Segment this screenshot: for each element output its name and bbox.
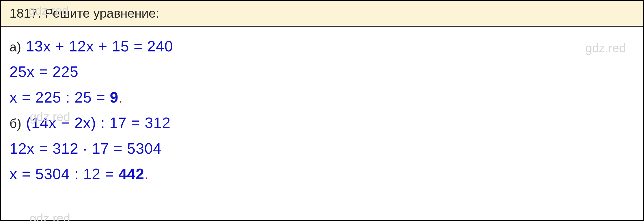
answer-b: 442 bbox=[118, 166, 144, 182]
solution-a-line1: а) 13x + 12x + 15 = 240 bbox=[10, 34, 634, 59]
solution-b-line2: 12x = 312 · 17 = 5304 bbox=[10, 136, 634, 161]
dot-a: . bbox=[118, 89, 123, 106]
problem-number: 1817. bbox=[10, 6, 41, 20]
part-a-label: а) bbox=[10, 40, 21, 54]
solution-b-line3: x = 5304 : 12 = 442. bbox=[10, 161, 634, 187]
problem-container: gdz.red gdz.red gdz.red gdz.red 1817. Ре… bbox=[0, 0, 644, 221]
solution-b-line1: б) (14x − 2x) : 17 = 312 bbox=[10, 110, 634, 135]
equation-b3-prefix: x = 5304 : 12 = bbox=[10, 166, 118, 182]
problem-title: Решите уравнение: bbox=[45, 6, 159, 20]
watermark-bottom: gdz.red bbox=[30, 211, 70, 221]
equation-a2: 25x = 225 bbox=[10, 63, 79, 80]
equation-b2: 12x = 312 · 17 = 5304 bbox=[10, 140, 162, 157]
equation-b1: (14x − 2x) : 17 = 312 bbox=[26, 114, 171, 131]
solution-content: а) 13x + 12x + 15 = 240 25x = 225 x = 22… bbox=[1, 27, 643, 194]
problem-header: 1817. Решите уравнение: bbox=[1, 1, 643, 27]
part-b-label: б) bbox=[10, 116, 22, 131]
dot-b: . bbox=[144, 166, 149, 182]
solution-a-line2: 25x = 225 bbox=[10, 59, 634, 84]
solution-a-line3: x = 225 : 25 = 9. bbox=[10, 85, 634, 110]
answer-a: 9 bbox=[110, 89, 118, 106]
equation-a3-prefix: x = 225 : 25 = bbox=[10, 89, 110, 106]
equation-a1: 13x + 12x + 15 = 240 bbox=[26, 38, 173, 55]
